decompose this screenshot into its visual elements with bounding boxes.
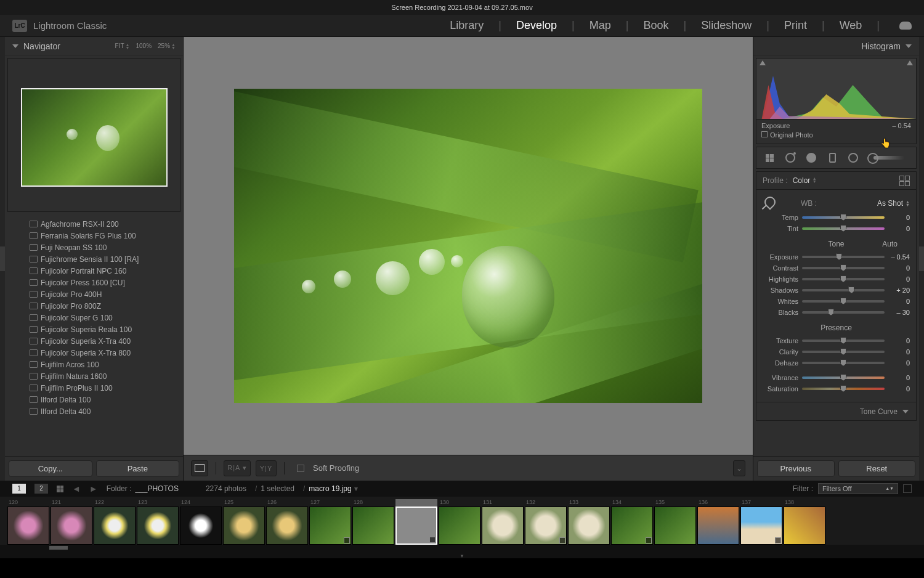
paste-button[interactable]: Paste — [96, 460, 180, 477]
filmstrip-item[interactable]: 123 — [137, 499, 179, 545]
slider-value[interactable]: 0 — [888, 225, 910, 232]
slider-contrast[interactable]: Contrast 0 — [763, 263, 910, 274]
slider-vibrance[interactable]: Vibrance 0 — [763, 372, 910, 383]
secondary-display-1[interactable]: 1 — [12, 484, 26, 494]
secondary-display-2[interactable]: 2 — [34, 484, 48, 494]
wb-eyedropper-icon[interactable] — [763, 197, 776, 210]
preset-item[interactable]: Fuji Neopan SS 100 — [17, 242, 183, 253]
filmstrip[interactable]: 120 121 122 123 124 125 126 127 128 129 … — [0, 497, 924, 545]
filmstrip-item[interactable]: 121 — [51, 499, 92, 545]
zoom-fit[interactable]: FIT▲▼ — [115, 43, 130, 49]
preset-item[interactable]: Fujichrome Sensia II 100 [RA] — [17, 253, 183, 265]
toolbar-collapse[interactable]: ⌄ — [733, 460, 745, 476]
slider-value[interactable]: + 20 — [888, 287, 910, 294]
slider-saturation[interactable]: Saturation 0 — [763, 383, 910, 394]
before-after-yy-button[interactable]: Y|Y — [256, 460, 277, 476]
preset-item[interactable]: Fujifilm ProPlus II 100 — [17, 382, 183, 394]
filmstrip-item[interactable]: 125 — [223, 499, 265, 545]
slider-value[interactable]: 0 — [888, 374, 910, 381]
filter-dropdown[interactable]: Filters Off▲▼ — [818, 483, 898, 494]
module-library[interactable]: Library — [450, 19, 484, 32]
preset-item[interactable]: Fujicolor Super G 100 — [17, 312, 183, 324]
filmstrip-item[interactable]: 128 — [352, 499, 394, 545]
preset-item[interactable]: Fujicolor Superia X-Tra 800 — [17, 347, 183, 359]
slider-highlights[interactable]: Highlights 0 — [763, 274, 910, 285]
navigator-preview[interactable] — [7, 58, 180, 212]
before-after-ra-button[interactable]: R|A ▾ — [224, 460, 251, 476]
shadow-clip-icon[interactable] — [760, 60, 766, 65]
profile-row[interactable]: Profile : Color ▲▼ — [756, 171, 917, 190]
profile-browser-icon[interactable] — [899, 176, 910, 186]
filmstrip-item[interactable]: 130 — [439, 499, 480, 545]
preset-item[interactable]: Fujifilm Natura 1600 — [17, 370, 183, 382]
module-book[interactable]: Book — [643, 19, 668, 32]
filmstrip-item[interactable]: 129 — [395, 499, 437, 545]
brush-tool[interactable] — [865, 150, 912, 166]
filmstrip-item[interactable]: 133 — [568, 499, 610, 545]
preset-item[interactable]: Fujicolor Superia X-Tra 400 — [17, 335, 183, 347]
preset-item[interactable]: Ilford Delta 100 — [17, 394, 183, 405]
filmstrip-item[interactable]: 138 — [784, 499, 825, 545]
module-print[interactable]: Print — [784, 19, 807, 32]
spot-removal-tool[interactable] — [781, 150, 800, 166]
filmstrip-collapse-icon[interactable]: ▼ — [0, 553, 924, 558]
radial-tool[interactable] — [844, 150, 862, 166]
slider-value[interactable]: 0 — [888, 264, 910, 272]
cloud-sync-icon[interactable] — [899, 22, 912, 30]
wb-value-dropdown[interactable]: As Shot — [877, 199, 903, 208]
copy-button[interactable]: Copy... — [9, 460, 92, 477]
nav-back-icon[interactable]: ◄ — [72, 484, 81, 494]
slider-value[interactable]: 0 — [888, 337, 910, 344]
slider-value[interactable]: 0 — [888, 359, 910, 367]
left-edge-tab[interactable] — [0, 37, 5, 481]
original-photo-checkbox[interactable] — [761, 131, 768, 137]
preset-item[interactable]: Fujicolor Pro 800Z — [17, 300, 183, 312]
slider-shadows[interactable]: Shadows + 20 — [763, 285, 910, 296]
nav-forward-icon[interactable]: ► — [89, 484, 98, 494]
preset-item[interactable]: Ferrania Solaris FG Plus 100 — [17, 230, 183, 242]
histogram[interactable] — [756, 58, 917, 120]
module-map[interactable]: Map — [590, 19, 611, 32]
preset-item[interactable]: Fujicolor Superia Reala 100 — [17, 324, 183, 335]
profile-value[interactable]: Color ▲▼ — [793, 176, 817, 185]
slider-exposure[interactable]: Exposure – 0.54 — [763, 251, 910, 263]
preset-item[interactable]: Fujicolor Press 1600 [CU] — [17, 277, 183, 288]
filmstrip-scrollbar[interactable] — [0, 545, 924, 553]
filmstrip-item[interactable]: 120 — [7, 499, 49, 545]
filmstrip-item[interactable]: 122 — [94, 499, 136, 545]
module-develop[interactable]: Develop — [516, 19, 557, 32]
reset-button[interactable]: Reset — [838, 460, 916, 477]
previous-button[interactable]: Previous — [757, 460, 835, 477]
filmstrip-item[interactable]: 135 — [654, 499, 696, 545]
slider-temp[interactable]: Temp 0 — [763, 212, 910, 223]
preset-item[interactable]: Fujifilm Acros 100 — [17, 359, 183, 370]
slider-dehaze[interactable]: Dehaze 0 — [763, 357, 910, 368]
slider-tint[interactable]: Tint 0 — [763, 223, 910, 234]
preset-item[interactable]: Ilford Delta 400 — [17, 405, 183, 417]
slider-value[interactable]: – 0.54 — [888, 253, 910, 261]
auto-tone-button[interactable]: Auto — [882, 240, 898, 248]
filmstrip-item[interactable]: 126 — [266, 499, 308, 545]
filmstrip-item[interactable]: 137 — [740, 499, 782, 545]
loupe-view-button[interactable] — [191, 460, 208, 476]
right-edge-tab[interactable] — [919, 37, 924, 481]
slider-value[interactable]: 0 — [888, 214, 910, 221]
preset-item[interactable]: Agfachrome RSX-II 200 — [17, 218, 183, 230]
main-image[interactable] — [234, 89, 702, 403]
zoom-25[interactable]: 25%▲▼ — [158, 43, 176, 49]
module-web[interactable]: Web — [840, 19, 862, 32]
slider-value[interactable]: 0 — [888, 385, 910, 393]
slider-whites[interactable]: Whites 0 — [763, 296, 910, 307]
redeye-tool[interactable] — [802, 150, 821, 166]
filmstrip-item[interactable]: 132 — [525, 499, 567, 545]
navigator-header[interactable]: Navigator FIT▲▼ 100% 25%▲▼ — [5, 37, 183, 55]
slider-value[interactable]: 0 — [888, 298, 910, 305]
slider-blacks[interactable]: Blacks – 30 — [763, 307, 910, 318]
filmstrip-item[interactable]: 136 — [697, 499, 739, 545]
preset-item[interactable]: Fujicolor Portrait NPC 160 — [17, 265, 183, 277]
preset-item[interactable]: Fujicolor Pro 400H — [17, 288, 183, 300]
filmstrip-item[interactable]: 124 — [180, 499, 222, 545]
crop-tool[interactable] — [760, 150, 779, 166]
zoom-100[interactable]: 100% — [136, 43, 152, 49]
folder-value[interactable]: ___PHOTOS — [135, 484, 178, 493]
